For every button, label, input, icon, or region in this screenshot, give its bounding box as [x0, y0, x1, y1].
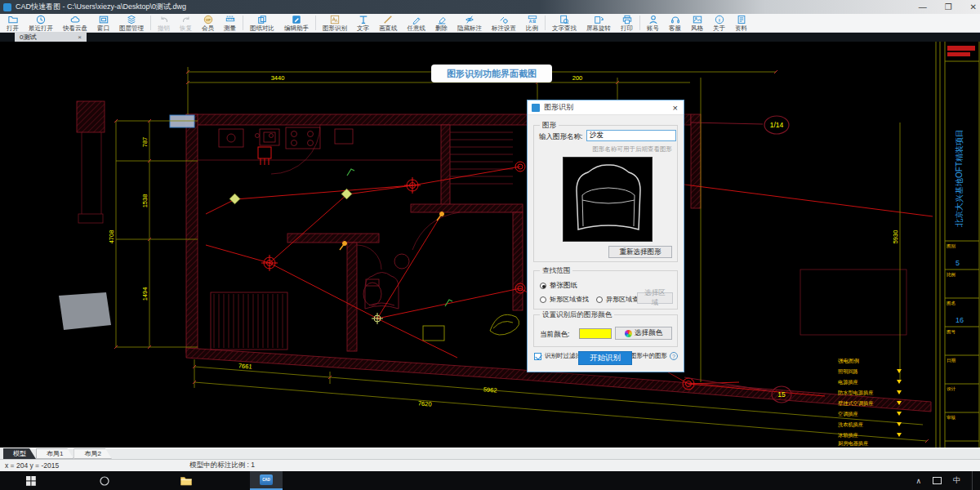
cortana-circle-icon: [100, 476, 109, 486]
legend-title: 强电图例: [838, 358, 859, 364]
sheet-tab-model[interactable]: 模型: [3, 448, 36, 459]
select-region-button[interactable]: 选择区域: [637, 292, 673, 304]
dialog-title: 图形识别: [544, 102, 573, 113]
plan-accents: [423, 314, 519, 341]
diamond-markers: [229, 189, 352, 204]
svg-text:冰箱插座: 冰箱插座: [838, 432, 858, 439]
dim-bottom-left: 7661: [238, 362, 252, 370]
cursor-coordinates: x = 204 y = -2015: [5, 461, 59, 470]
dialog-close-icon[interactable]: ×: [673, 103, 678, 113]
svg-text:16: 16: [956, 316, 964, 324]
file-explorer-button[interactable]: [172, 471, 201, 490]
dialog-icon: [532, 104, 540, 112]
dim-left-mid: 1538: [141, 194, 149, 208]
app-window: CAD快速看图 - C:\Users\xiezy-a\Desktop\0测试.d…: [0, 0, 980, 490]
reselect-graphic-button[interactable]: 重新选择图形: [608, 246, 672, 258]
plan-walls: [77, 101, 931, 412]
name-label: 输入图形名称:: [539, 132, 582, 142]
svg-text:5: 5: [956, 259, 960, 267]
dim-left-overall: 4708: [108, 230, 115, 244]
svg-text:图别: 图别: [947, 243, 956, 249]
folder-icon: [180, 476, 192, 486]
callout-bottom-right: 15: [777, 390, 786, 399]
selection-box[interactable]: [170, 115, 194, 127]
titleblock-project: 北京大兴基地OFT精装项目: [955, 129, 964, 227]
sofa-preview-drawing: [564, 158, 653, 243]
dim-top-right-offset: 200: [572, 74, 583, 82]
sheet-tab-bar: 模型 布局1 布局2: [0, 448, 980, 459]
shape-recognition-dialog: 图形识别 × 图形 输入图形名称: 图形名称可用于后期查看图形 重新选择图形 查…: [527, 100, 684, 372]
svg-text:照明回路: 照明回路: [838, 368, 858, 375]
svg-text:比例: 比例: [947, 272, 956, 278]
dim-bottom-overall: 7620: [418, 399, 432, 408]
cad-app-taskbar-button[interactable]: CAD: [250, 471, 283, 490]
annotation-scale-note: 模型中的标注比例 : 1: [189, 461, 255, 470]
dim-top-left: 3440: [271, 74, 285, 82]
dim-right-overall: 5930: [892, 230, 899, 244]
checkbox-checked-icon[interactable]: [534, 353, 541, 360]
radio-off-icon: [596, 296, 603, 303]
graphic-name-input[interactable]: [586, 130, 676, 141]
sheet-tab-layout1[interactable]: 布局1: [36, 448, 74, 459]
svg-text:审核: 审核: [947, 415, 956, 420]
graphic-preview: [563, 157, 653, 242]
graphic-group-label: 图形: [540, 121, 559, 131]
svg-text:壁挂式空调插座: 壁挂式空调插座: [838, 400, 873, 407]
cortana-button[interactable]: [90, 471, 119, 490]
color-group-label: 设置识别后的图形颜色: [540, 310, 614, 320]
graphic-group: 图形 输入图形名称: 图形名称可用于后期查看图形 重新选择图形: [533, 125, 678, 262]
svg-text:空调插座: 空调插座: [838, 411, 858, 417]
name-hint: 图形名称可用于后期查看图形: [593, 145, 673, 154]
titleblock-red-note: [947, 46, 975, 51]
start-button[interactable]: [16, 471, 46, 490]
svg-text:日期: 日期: [947, 358, 956, 363]
show-desktop-strip[interactable]: [972, 471, 975, 490]
titleblock-red-note: [947, 52, 970, 56]
scope-whole-radio[interactable]: 整张图纸: [540, 281, 577, 291]
svg-text:防水型电源插座: 防水型电源插座: [838, 390, 873, 396]
title-block: 北京大兴基地OFT精装项目 图别 比例 图名 图号 日期 设计 审核 5 16: [936, 42, 979, 448]
dialog-title-bar[interactable]: 图形识别 ×: [528, 100, 684, 115]
callout-top-right: 1/14: [770, 121, 784, 129]
scope-group-label: 查找范围: [540, 266, 572, 276]
star-marker: [372, 313, 383, 324]
electrical-component: [258, 147, 271, 165]
radio-on-icon: [540, 283, 546, 289]
svg-text:电源插座: 电源插座: [838, 379, 858, 385]
tray-expand-icon[interactable]: ∧: [915, 477, 921, 485]
annotation-banner: 图形识别功能界面截图: [431, 65, 552, 82]
tray-ime-indicator[interactable]: 中: [953, 475, 960, 486]
current-color-label: 当前颜色:: [540, 330, 569, 340]
system-tray: ∧ 中: [915, 471, 975, 490]
cad-app-icon: CAD: [260, 474, 273, 485]
scope-rect-radio[interactable]: 矩形区域查找: [540, 295, 589, 304]
search-scope-group: 查找范围 整张图纸 矩形区域查找 异形区域查找 选择区域: [533, 270, 678, 310]
svg-text:洗衣机插座: 洗衣机插座: [838, 421, 863, 428]
plan-structure: [78, 125, 906, 335]
dim-bottom-mid: 5962: [483, 385, 497, 394]
svg-text:图号: 图号: [947, 329, 956, 335]
svg-text:图名: 图名: [947, 301, 956, 306]
windows-taskbar: CAD ∧ 中: [0, 471, 980, 490]
color-wheel-icon: [625, 330, 632, 337]
radio-off-icon: [540, 296, 546, 303]
plan-sofa: [365, 273, 399, 310]
color-group: 设置识别后的图形颜色 当前颜色: 选择颜色: [533, 314, 678, 347]
svg-text:设计: 设计: [947, 386, 956, 391]
status-bar: x = 204 y = -2015 模型中的标注比例 : 1: [0, 459, 980, 471]
svg-text:厨房电器插座: 厨房电器插座: [838, 440, 868, 447]
sheet-tab-layout2[interactable]: 布局2: [74, 448, 111, 459]
wardrobe-comb: [214, 294, 283, 348]
choose-color-button[interactable]: 选择颜色: [615, 327, 672, 340]
gray-block: [59, 292, 111, 330]
current-color-swatch: [579, 328, 612, 339]
dim-left-top: 787: [141, 137, 149, 148]
tray-window-icon[interactable]: [933, 477, 942, 484]
help-icon[interactable]: ?: [670, 352, 678, 360]
windows-logo-icon: [26, 476, 36, 486]
start-recognition-button[interactable]: 开始识别: [578, 351, 632, 365]
dim-left-bottom: 1494: [141, 287, 149, 301]
